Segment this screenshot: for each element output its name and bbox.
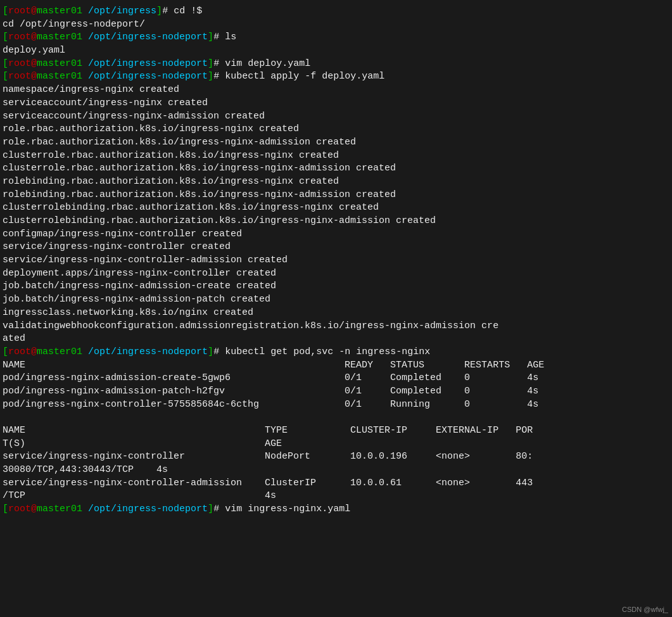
terminal-output-line: service/ingress-nginx-controller created xyxy=(3,241,669,254)
terminal-output-line: T(S) AGE xyxy=(3,438,669,451)
terminal-output-line: serviceaccount/ingress-nginx created xyxy=(3,97,669,110)
terminal: [root@master01 /opt/ingress]# cd !$cd /o… xyxy=(0,0,672,617)
terminal-output-line: validatingwebhookconfiguration.admission… xyxy=(3,320,669,333)
terminal-blank-line xyxy=(3,411,669,424)
terminal-output-line: configmap/ingress-nginx-controller creat… xyxy=(3,228,669,241)
terminal-output-line: pod/ingress-nginx-controller-575585684c-… xyxy=(3,398,669,412)
terminal-output-line: role.rbac.authorization.k8s.io/ingress-n… xyxy=(3,123,669,136)
terminal-prompt-line: [root@master01 /opt/ingress-nodeport]# k… xyxy=(3,346,669,359)
terminal-output-line: ated xyxy=(3,333,669,346)
terminal-output-line: NAME READY STATUS RESTARTS AGE xyxy=(3,359,669,372)
terminal-output-line: pod/ingress-nginx-admission-patch-h2fgv … xyxy=(3,385,669,398)
terminal-output-line: /TCP 4s xyxy=(3,490,669,503)
terminal-output-line: deployment.apps/ingress-nginx-controller… xyxy=(3,267,669,281)
terminal-output-line: clusterrole.rbac.authorization.k8s.io/in… xyxy=(3,162,669,175)
terminal-output-line: namespace/ingress-nginx created xyxy=(3,84,669,97)
terminal-output-line: clusterrolebinding.rbac.authorization.k8… xyxy=(3,215,669,228)
terminal-output-line: ingressclass.networking.k8s.io/nginx cre… xyxy=(3,307,669,320)
terminal-output-line: role.rbac.authorization.k8s.io/ingress-n… xyxy=(3,136,669,149)
terminal-output-line: 30080/TCP,443:30443/TCP 4s xyxy=(3,464,669,477)
terminal-output-line: NAME TYPE CLUSTER-IP EXTERNAL-IP POR xyxy=(3,424,669,438)
terminal-output-line: deploy.yaml xyxy=(3,44,669,58)
terminal-output-line: job.batch/ingress-nginx-admission-create… xyxy=(3,280,669,293)
terminal-prompt-line: [root@master01 /opt/ingress]# cd !$ xyxy=(3,5,669,18)
watermark: CSDN @wfwj_ xyxy=(622,606,668,613)
terminal-output-line: cd /opt/ingress-nodeport/ xyxy=(3,18,669,32)
terminal-prompt-line: [root@master01 /opt/ingress-nodeport]# k… xyxy=(3,70,669,84)
terminal-prompt-line: [root@master01 /opt/ingress-nodeport]# v… xyxy=(3,58,669,71)
terminal-output-line: service/ingress-nginx-controller-admissi… xyxy=(3,477,669,490)
terminal-prompt-line: [root@master01 /opt/ingress-nodeport]# v… xyxy=(3,503,669,516)
terminal-output-line: pod/ingress-nginx-admission-create-5gwp6… xyxy=(3,372,669,385)
terminal-output-line: job.batch/ingress-nginx-admission-patch … xyxy=(3,293,669,307)
terminal-prompt-line: [root@master01 /opt/ingress-nodeport]# l… xyxy=(3,31,669,44)
terminal-output-line: service/ingress-nginx-controller NodePor… xyxy=(3,450,669,464)
terminal-output-line: serviceaccount/ingress-nginx-admission c… xyxy=(3,110,669,124)
terminal-output-line: rolebinding.rbac.authorization.k8s.io/in… xyxy=(3,175,669,189)
terminal-output-line: clusterrole.rbac.authorization.k8s.io/in… xyxy=(3,149,669,163)
terminal-output-line: service/ingress-nginx-controller-admissi… xyxy=(3,254,669,267)
terminal-output-line: clusterrolebinding.rbac.authorization.k8… xyxy=(3,201,669,215)
terminal-output-line: rolebinding.rbac.authorization.k8s.io/in… xyxy=(3,189,669,202)
